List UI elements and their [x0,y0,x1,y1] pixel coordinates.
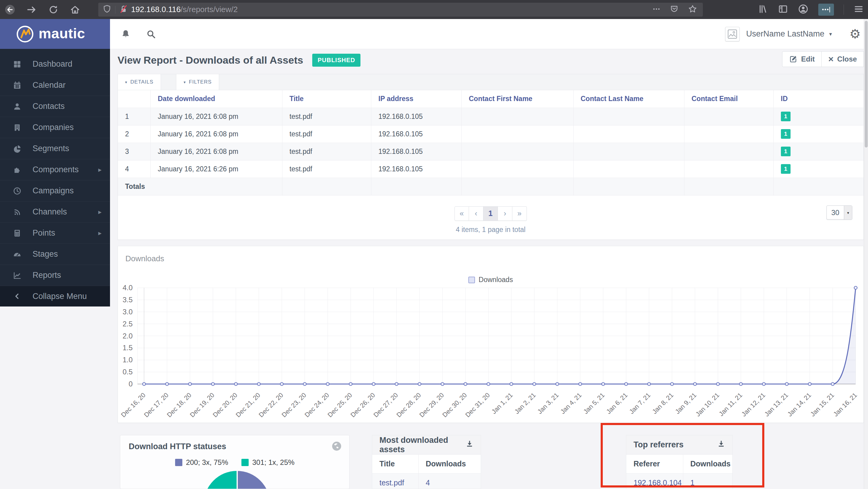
sidebar-item-contacts[interactable]: Contacts [0,96,110,117]
svg-text:1.0: 1.0 [123,356,133,364]
reload-button[interactable] [48,4,59,15]
table-cell [573,160,684,178]
svg-text:Jan 1, 21: Jan 1, 21 [490,392,515,416]
sidebar-item-reports[interactable]: Reports [0,265,110,286]
details-label: DETAILS [130,79,154,85]
column-header[interactable]: Contact First Name [461,90,573,108]
shield-icon[interactable] [102,4,112,15]
edit-button[interactable]: Edit [782,52,822,67]
sidebar-item-campaigns[interactable]: Campaigns [0,180,110,202]
urlbar-divider [115,6,116,13]
pagination-prev-button[interactable]: ‹ [469,206,484,221]
sidebar-collapse-menu[interactable]: Collapse Menu [0,286,110,307]
svg-text:Jan 4, 21: Jan 4, 21 [559,392,583,416]
column-header[interactable]: Contact Email [684,90,773,108]
user-menu[interactable]: UserName LastName [746,29,825,38]
column-header[interactable]: ID [773,90,864,108]
http-statuses-card: Download HTTP statuses 200; 3x, 75%301; … [120,435,350,489]
pie-legend-item: 301; 1x, 25% [241,458,294,467]
pagination-first-button[interactable]: « [455,206,469,221]
url-text[interactable]: 192.168.0.116/s/reports/view/2 [131,5,652,14]
table-row: 3January 16, 2021 6:08 pmtest.pdf192.168… [118,143,864,160]
sidebar-item-points[interactable]: Points▸ [0,223,110,244]
chartline-icon [12,271,22,280]
pagination-page-1-button[interactable]: 1 [484,206,498,221]
scrollbar-track[interactable] [864,19,868,489]
sidebar-item-stages[interactable]: Stages [0,244,110,265]
svg-text:3.5: 3.5 [123,296,133,304]
sidebar-item-segments[interactable]: Segments [0,138,110,159]
table-cell [684,143,773,160]
svg-text:Jan 14, 21: Jan 14, 21 [786,392,812,418]
sidebar-item-label: Points [33,228,55,238]
column-header[interactable]: Title [282,90,371,108]
close-x-icon: × [828,55,834,64]
filters-toggle[interactable]: ▾ FILTERS [176,74,219,90]
page-size-select[interactable]: 30 ▾ [827,205,852,220]
library-icon[interactable] [758,4,768,16]
user-icon [12,102,22,111]
calendar-icon [12,81,22,90]
sidebar-item-label: Stages [33,250,58,259]
insecure-lock-icon[interactable] [119,4,128,15]
table-cell: January 16, 2021 6:08 pm [150,143,282,160]
notifications-bell-icon[interactable] [120,28,132,40]
sidebar-item-calendar[interactable]: Calendar [0,75,110,96]
mautic-logo-icon [16,25,34,44]
menu-hamburger-icon[interactable] [854,4,864,16]
http-statuses-title: Download HTTP statuses [129,442,226,451]
svg-text:Jan 3, 21: Jan 3, 21 [536,392,560,416]
sidebar-toggle-icon[interactable] [778,4,788,16]
svg-text:Dec 26, 20: Dec 26, 20 [349,392,377,419]
page-actions-icon[interactable] [652,5,661,15]
page-size-value: 30 [827,208,844,217]
pagination-next-button[interactable]: › [498,206,513,221]
sidebar-item-channels[interactable]: Channels▸ [0,202,110,223]
details-toggle[interactable]: ▾ DETAILS [118,74,161,90]
close-button[interactable]: × Close [822,52,864,67]
svg-text:0: 0 [129,380,133,388]
sidebar-item-dashboard[interactable]: Dashboard [0,54,110,75]
svg-text:Jan 15, 21: Jan 15, 21 [809,392,835,418]
url-bar[interactable]: 192.168.0.116/s/reports/view/2 [98,3,703,17]
column-header[interactable]: IP address [371,90,461,108]
column-header[interactable]: Contact Last Name [573,90,684,108]
home-button[interactable] [70,4,80,15]
table-row: 2January 16, 2021 6:08 pmtest.pdf192.168… [118,125,864,143]
globe-icon [332,441,341,452]
mautic-logo[interactable]: mautic [0,19,110,49]
download-icon[interactable] [466,440,473,450]
downloads-chart-panel: Downloads Downloads 4.03.53.02.52.01.51.… [118,246,864,423]
scrollbar-thumb[interactable] [865,21,868,147]
brand-name: mautic [38,25,85,41]
svg-text:Dec 30, 20: Dec 30, 20 [441,392,468,419]
svg-text:Jan 7, 21: Jan 7, 21 [628,392,652,416]
download-icon[interactable] [717,440,725,450]
table-cell [461,160,573,178]
search-icon[interactable] [145,28,157,40]
account-icon[interactable] [798,4,809,16]
table-cell-id: 1 [773,125,864,143]
top-referrers-widget: Top referrers RefererDownloads 192.168.0… [626,435,733,489]
sidebar-item-label: Components [33,165,79,174]
extension-icon[interactable] [818,4,834,16]
link-cell[interactable]: 192.168.0.104 [626,473,683,489]
back-button[interactable] [5,4,15,15]
sidebar-item-label: Companies [33,123,74,132]
assets-widget-header: Most downloaded assets [372,435,481,455]
bookmark-star-icon[interactable] [688,4,698,15]
table-cell-id: 1 [773,160,864,178]
column-header[interactable]: Date downloaded [150,90,282,108]
user-caret-icon[interactable]: ▾ [829,31,832,37]
settings-gear-icon[interactable]: ⚙ [849,28,861,40]
table-cell [684,160,773,178]
pocket-icon[interactable] [670,4,679,15]
sidebar-item-label: Contacts [33,102,65,111]
link-cell[interactable]: test.pdf [372,473,418,489]
sidebar-item-companies[interactable]: Companies [0,117,110,138]
tachometer-icon [12,250,22,259]
sidebar-item-components[interactable]: Components▸ [0,159,110,180]
pagination-last-button[interactable]: » [513,206,527,221]
forward-button[interactable] [27,4,37,15]
user-avatar[interactable] [725,27,740,41]
